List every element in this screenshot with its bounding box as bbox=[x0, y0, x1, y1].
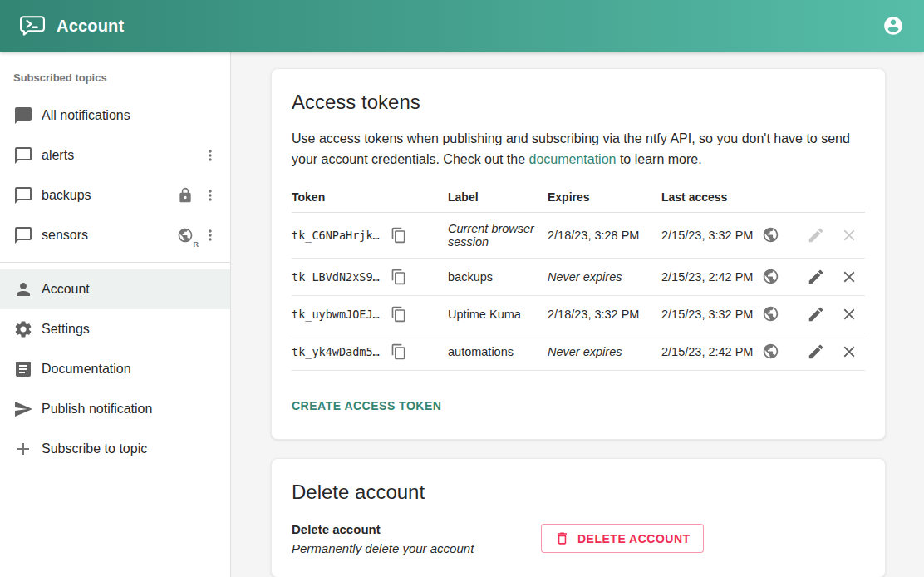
token-last-access: 2/15/23, 3:32 PM bbox=[661, 308, 753, 321]
column-header-token: Token bbox=[292, 182, 448, 213]
table-row: tk_uybwmJOEJ… Uptime Kuma 2/18/23, 3:32 … bbox=[292, 295, 865, 333]
sidebar-item-label: Settings bbox=[42, 322, 220, 337]
description-text: to learn more. bbox=[616, 152, 701, 166]
sidebar-item-settings[interactable]: Settings bbox=[0, 309, 230, 349]
access-tokens-title: Access tokens bbox=[292, 91, 865, 114]
gear-icon bbox=[13, 319, 33, 339]
chat-bubble-filled-icon bbox=[13, 106, 33, 126]
delete-token-icon bbox=[840, 226, 858, 244]
globe-icon bbox=[761, 268, 779, 286]
token-label: backups bbox=[448, 258, 548, 295]
plus-icon bbox=[13, 439, 33, 459]
copy-icon[interactable] bbox=[390, 268, 408, 286]
table-row: tk_C6NPaHrjk… Current browser session 2/… bbox=[292, 212, 865, 258]
documentation-link[interactable]: documentation bbox=[529, 152, 617, 166]
sidebar-item-all-notifications[interactable]: All notifications bbox=[0, 96, 230, 136]
edit-token-icon[interactable] bbox=[807, 268, 825, 286]
token-label: Uptime Kuma bbox=[448, 295, 548, 333]
sidebar-item-backups[interactable]: backups bbox=[0, 175, 230, 215]
sidebar-item-subscribe-to-topic[interactable]: Subscribe to topic bbox=[0, 429, 230, 469]
copy-icon[interactable] bbox=[390, 226, 408, 244]
globe-icon bbox=[761, 305, 779, 323]
reserved-marker: R bbox=[194, 240, 199, 249]
lock-icon bbox=[175, 185, 195, 205]
globe-icon bbox=[761, 226, 779, 244]
ntfy-logo-icon bbox=[20, 16, 45, 37]
person-icon bbox=[13, 279, 33, 299]
sidebar-item-label: Account bbox=[42, 282, 220, 297]
edit-token-icon[interactable] bbox=[807, 343, 825, 361]
token-label: Current browser session bbox=[448, 212, 548, 258]
delete-token-icon[interactable] bbox=[840, 305, 858, 323]
globe-reserved-icon: R bbox=[175, 225, 195, 245]
sidebar-item-publish-notification[interactable]: Publish notification bbox=[0, 389, 230, 429]
sidebar-item-label: Publish notification bbox=[42, 402, 220, 417]
sidebar-item-label: alerts bbox=[42, 148, 200, 163]
token-expires: 2/18/23, 3:28 PM bbox=[548, 212, 661, 258]
column-header-last-access: Last access bbox=[661, 182, 807, 213]
trash-icon bbox=[554, 530, 570, 546]
table-row: tk_yk4wDadm5… automations Never expires … bbox=[292, 333, 865, 370]
page-title: Account bbox=[57, 17, 124, 36]
globe-icon bbox=[761, 343, 779, 361]
sidebar-item-label: All notifications bbox=[42, 108, 220, 123]
sidebar-item-account[interactable]: Account bbox=[0, 269, 230, 309]
sidebar: Subscribed topics All notifications aler… bbox=[0, 52, 231, 577]
token-expires: Never expires bbox=[548, 333, 661, 370]
token-expires: 2/18/23, 3:32 PM bbox=[548, 295, 661, 333]
send-icon bbox=[13, 399, 33, 419]
delete-token-icon[interactable] bbox=[840, 268, 858, 286]
token-last-access: 2/15/23, 2:42 PM bbox=[661, 345, 753, 358]
delete-account-item-description: Permanently delete your account bbox=[292, 541, 541, 555]
sidebar-item-label: sensors bbox=[42, 228, 175, 243]
edit-token-icon[interactable] bbox=[807, 305, 825, 323]
topic-menu-icon[interactable] bbox=[200, 225, 220, 245]
chat-bubble-outline-icon bbox=[13, 185, 33, 205]
sidebar-item-label: backups bbox=[42, 188, 175, 203]
access-tokens-description: Use access tokens when publishing and su… bbox=[292, 129, 865, 170]
account-circle-icon[interactable] bbox=[882, 15, 904, 37]
delete-account-card: Delete account Delete account Permanentl… bbox=[271, 458, 886, 577]
token-value: tk_uybwmJOEJ… bbox=[292, 308, 380, 321]
token-expires: Never expires bbox=[548, 258, 661, 295]
delete-account-item-title: Delete account bbox=[292, 522, 541, 536]
delete-token-icon[interactable] bbox=[840, 343, 858, 361]
sidebar-item-label: Documentation bbox=[42, 362, 220, 377]
delete-account-row: Delete account Permanently delete your a… bbox=[292, 522, 865, 555]
sidebar-divider bbox=[0, 262, 230, 263]
delete-account-button[interactable]: DELETE ACCOUNT bbox=[541, 524, 704, 553]
sidebar-item-label: Subscribe to topic bbox=[42, 441, 220, 456]
chat-bubble-outline-icon bbox=[13, 225, 33, 245]
edit-token-icon bbox=[807, 226, 825, 244]
topic-menu-icon[interactable] bbox=[200, 185, 220, 205]
tokens-table: Token Label Expires Last access tk_C6NPa… bbox=[292, 182, 865, 371]
token-last-access: 2/15/23, 2:42 PM bbox=[661, 270, 753, 284]
delete-account-title: Delete account bbox=[292, 481, 865, 504]
token-last-access: 2/15/23, 3:32 PM bbox=[661, 229, 753, 242]
sidebar-item-sensors[interactable]: sensors R bbox=[0, 215, 230, 255]
create-access-token-button[interactable]: CREATE ACCESS TOKEN bbox=[292, 394, 441, 417]
column-header-label: Label bbox=[448, 182, 548, 213]
app-bar: Account bbox=[0, 0, 924, 52]
token-label: automations bbox=[448, 333, 548, 370]
delete-account-button-label: DELETE ACCOUNT bbox=[578, 532, 691, 545]
article-icon bbox=[13, 359, 33, 379]
copy-icon[interactable] bbox=[390, 343, 408, 361]
sidebar-item-alerts[interactable]: alerts bbox=[0, 136, 230, 175]
topic-menu-icon[interactable] bbox=[200, 145, 220, 165]
token-value: tk_C6NPaHrjk… bbox=[292, 229, 380, 242]
column-header-expires: Expires bbox=[548, 182, 661, 213]
token-value: tk_LBVdN2xS9… bbox=[292, 270, 380, 284]
chat-bubble-outline-icon bbox=[13, 145, 33, 165]
main-content: Access tokens Use access tokens when pub… bbox=[231, 52, 924, 577]
copy-icon[interactable] bbox=[390, 305, 408, 323]
table-row: tk_LBVdN2xS9… backups Never expires 2/15… bbox=[292, 258, 865, 295]
delete-account-info: Delete account Permanently delete your a… bbox=[292, 522, 541, 555]
sidebar-item-documentation[interactable]: Documentation bbox=[0, 349, 230, 389]
column-header-actions bbox=[807, 182, 865, 213]
subscribed-topics-label: Subscribed topics bbox=[0, 63, 230, 96]
tokens-table-header: Token Label Expires Last access bbox=[292, 182, 865, 213]
token-value: tk_yk4wDadm5… bbox=[292, 345, 380, 358]
access-tokens-card: Access tokens Use access tokens when pub… bbox=[271, 68, 886, 440]
